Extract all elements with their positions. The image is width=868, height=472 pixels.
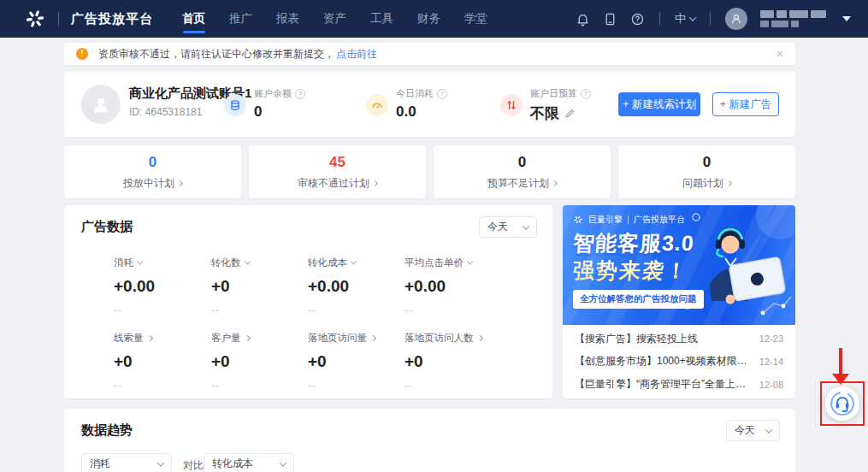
metric-sub: -- xyxy=(211,380,250,392)
nav-item-finance[interactable]: 财务 xyxy=(417,0,440,38)
trend-metric2-select[interactable]: 转化成本 xyxy=(204,453,294,472)
chevron-right-icon xyxy=(177,180,183,186)
daily-budget-metric: 账户日预算 不限 xyxy=(500,84,591,123)
trend-range-select[interactable]: 今天 xyxy=(726,420,780,441)
trend-title: 数据趋势 xyxy=(81,422,133,439)
account-dropdown-caret[interactable] xyxy=(842,16,851,21)
promo-divider xyxy=(628,215,629,224)
nav-item-promotion[interactable]: 推广 xyxy=(229,0,252,38)
nav-item-academy[interactable]: 学堂 xyxy=(464,0,487,38)
metric-label: 落地页访问人数 xyxy=(404,332,474,345)
close-icon[interactable]: × xyxy=(776,48,783,60)
balance-value: 0 xyxy=(254,103,305,121)
chevron-right-icon xyxy=(552,180,558,186)
help-icon[interactable] xyxy=(437,89,447,99)
news-item[interactable]: 【搜索广告】搜索轻投上线 12-23 xyxy=(575,332,783,346)
stat-label: 问题计划 xyxy=(682,176,723,191)
daily-budget-value: 不限 xyxy=(530,103,559,123)
stat-value: 0 xyxy=(64,154,241,171)
stat-card-active-plans[interactable]: 0 投放中计划 xyxy=(64,145,241,198)
news-title: 【巨量引擎】“商务管理平台”全量上线通知 xyxy=(575,377,754,392)
promo-banner[interactable]: 巨量引擎 广告投放平台 智能客服3.0 强势来袭！ 全方位解答您的广告投放问题 xyxy=(563,205,795,325)
stat-value: 45 xyxy=(249,154,426,171)
metric-value: +0.00 xyxy=(404,277,472,296)
range-value: 今天 xyxy=(735,423,755,438)
trend-metric1-select[interactable]: 消耗 xyxy=(81,453,172,472)
chevron-down-icon xyxy=(765,426,772,433)
nav-item-assets[interactable]: 资产 xyxy=(323,0,346,38)
metric-label: 落地页访问量 xyxy=(308,332,367,345)
metric-sub: -- xyxy=(114,380,152,392)
adjust-arrows-icon xyxy=(500,94,523,116)
news-item[interactable]: 【创意服务市场】1000+视频素材限时免费用！ 12-14 xyxy=(575,354,783,369)
language-label: 中 xyxy=(675,11,686,27)
metric-landing-visitors: 落地页访问人数 +0 -- xyxy=(404,332,482,392)
news-date: 12-23 xyxy=(759,333,783,344)
daily-budget-label: 账户日预算 xyxy=(530,87,577,100)
chevron-down-icon xyxy=(280,459,286,466)
annotation-box xyxy=(820,381,865,426)
annotation-arrow xyxy=(839,348,842,375)
stat-value: 0 xyxy=(618,154,795,171)
stat-card-rejected-plans[interactable]: 45 审核不通过计划 xyxy=(249,145,426,198)
stat-card-problem-plans[interactable]: 0 问题计划 xyxy=(618,145,795,198)
chevron-right-icon xyxy=(146,335,152,341)
notice-go-link[interactable]: 点击前往 xyxy=(336,47,377,62)
warning-icon xyxy=(76,48,88,60)
metric-value: +0 xyxy=(114,352,152,371)
user-avatar[interactable] xyxy=(725,8,747,30)
metric-value: +0.00 xyxy=(114,277,155,296)
nav-item-home[interactable]: 首页 xyxy=(182,0,205,38)
help-circle-icon[interactable] xyxy=(630,12,645,27)
help-icon[interactable] xyxy=(581,89,591,99)
edit-pencil-icon[interactable] xyxy=(564,108,576,119)
stat-card-low-budget-plans[interactable]: 0 预算不足计划 xyxy=(434,145,611,198)
metric-label: 消耗 xyxy=(114,257,133,269)
nav-item-tools[interactable]: 工具 xyxy=(370,0,393,38)
metric-sub: -- xyxy=(308,380,375,392)
metric-conversion-cost: 转化成本 +0.00 -- xyxy=(308,257,356,316)
chevron-down-icon xyxy=(244,259,250,265)
news-title: 【搜索广告】搜索轻投上线 xyxy=(575,332,698,346)
promo-header: 巨量引擎 广告投放平台 xyxy=(573,214,685,226)
metric2-value: 转化成本 xyxy=(212,457,253,471)
today-cost-value: 0.0 xyxy=(396,103,447,121)
chevron-down-icon xyxy=(157,459,164,466)
metric-value: +0 xyxy=(211,277,250,296)
nav-right-tools: 中 xyxy=(576,8,851,30)
stat-label: 投放中计划 xyxy=(123,176,174,191)
new-lead-plan-button[interactable]: + 新建线索计划 xyxy=(618,92,700,116)
stat-label: 审核不通过计划 xyxy=(298,176,369,191)
ad-data-range-select[interactable]: 今天 xyxy=(479,216,537,238)
stat-value: 0 xyxy=(434,154,611,171)
promo-brand: 巨量引擎 xyxy=(588,214,623,226)
metric-sub: -- xyxy=(404,304,472,316)
chevron-right-icon xyxy=(370,335,376,341)
help-icon[interactable] xyxy=(295,89,305,99)
user-name-redacted xyxy=(760,10,826,27)
news-item[interactable]: 【巨量引擎】“商务管理平台”全量上线通知 12-08 xyxy=(575,377,783,392)
chevron-down-icon xyxy=(467,259,473,265)
metric-label: 线索量 xyxy=(114,332,144,345)
chevron-right-icon xyxy=(244,335,250,341)
mobile-app-icon[interactable] xyxy=(603,12,617,27)
bell-icon[interactable] xyxy=(576,12,590,27)
metric-label: 转化数 xyxy=(211,257,241,269)
ad-data-title: 广告数据 xyxy=(81,219,133,235)
annotation-arrowhead xyxy=(832,374,849,385)
chevron-right-icon xyxy=(726,180,732,186)
chevron-down-icon xyxy=(523,222,529,229)
metric-avg-cpc: 平均点击单价 +0.00 -- xyxy=(404,257,472,316)
metric-label: 客户量 xyxy=(211,332,241,345)
language-selector[interactable]: 中 xyxy=(675,11,695,27)
oceanengine-logo-icon xyxy=(573,215,583,225)
range-value: 今天 xyxy=(487,220,508,234)
promo-illustration xyxy=(679,205,795,325)
ad-data-card: 广告数据 今天 消耗 +0.00 -- 转化数 +0 -- 转化成本 +0.00… xyxy=(64,205,552,398)
main-menu: 首页 推广 报表 资产 工具 财务 学堂 xyxy=(182,0,511,38)
nav-item-reports[interactable]: 报表 xyxy=(276,0,299,38)
new-ad-button[interactable]: + 新建广告 xyxy=(712,92,779,116)
qualification-notice-banner: 资质审核不通过，请前往认证中心修改并重新提交， 点击前往 × xyxy=(64,43,795,65)
metric-sub: -- xyxy=(404,380,482,392)
today-cost-metric: 今日消耗 0.0 xyxy=(366,84,447,121)
